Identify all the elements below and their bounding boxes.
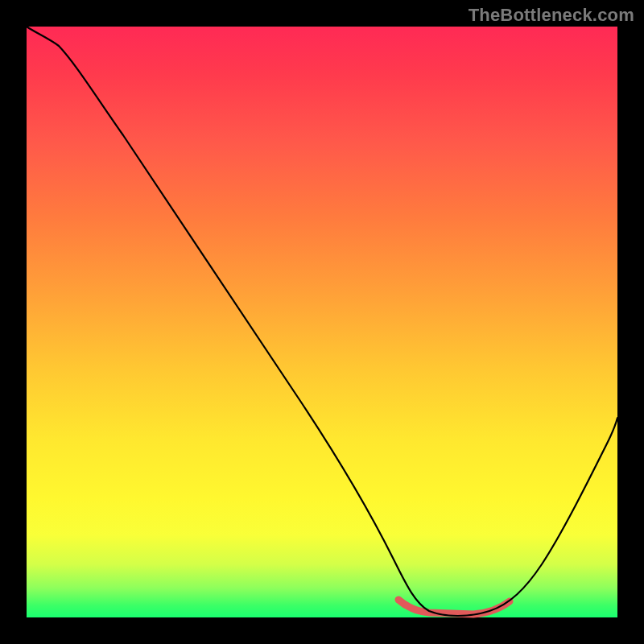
chart-frame: TheBottleneck.com xyxy=(0,0,644,644)
highlight-segment xyxy=(398,600,510,614)
plot-area xyxy=(27,27,617,617)
bottleneck-curve xyxy=(27,27,617,616)
watermark-text: TheBottleneck.com xyxy=(469,5,634,26)
chart-svg xyxy=(27,27,617,617)
